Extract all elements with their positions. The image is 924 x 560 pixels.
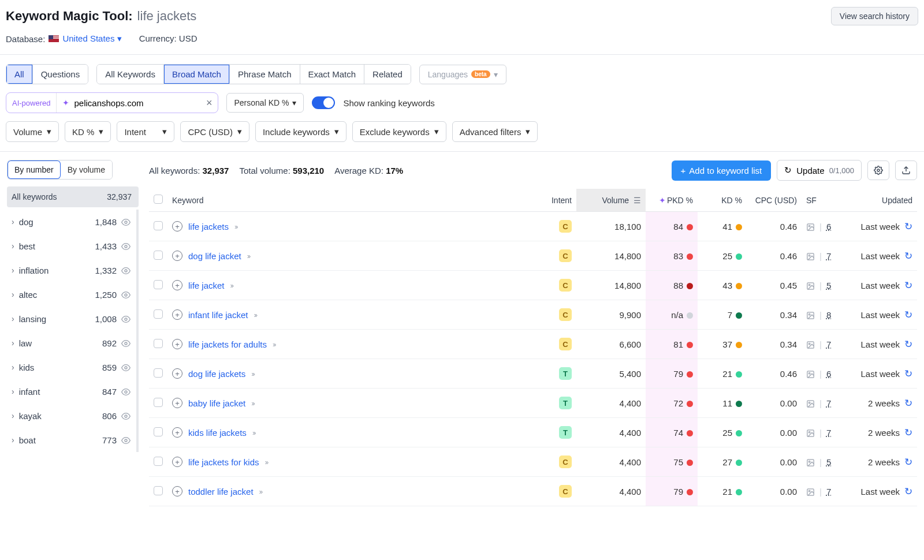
tab-related[interactable]: Related	[364, 65, 411, 84]
languages-dropdown[interactable]: Languages beta ▾	[419, 65, 506, 84]
serp-icon[interactable]	[806, 368, 815, 379]
add-keyword-button[interactable]: +	[172, 339, 182, 349]
col-updated[interactable]: Updated	[842, 189, 917, 212]
row-checkbox[interactable]	[154, 251, 163, 260]
refresh-row-button[interactable]: ↻	[904, 398, 912, 409]
col-volume[interactable]: Volume ☰	[576, 189, 646, 212]
filter-volume[interactable]: Volume ▾	[6, 121, 59, 142]
export-button[interactable]	[895, 160, 917, 180]
keyword-link[interactable]: baby life jacket	[188, 398, 245, 408]
ranking-keywords-toggle[interactable]	[312, 96, 335, 109]
sidebar-group-item[interactable]: › best 1,433	[7, 234, 134, 258]
sidebar-group-item[interactable]: › altec 1,250	[7, 282, 134, 307]
col-sf[interactable]: SF	[802, 189, 842, 212]
view-history-button[interactable]: View search history	[831, 7, 918, 25]
row-checkbox[interactable]	[154, 280, 163, 289]
refresh-row-button[interactable]: ↻	[904, 339, 912, 350]
cell-sf[interactable]: 6	[826, 222, 831, 232]
filter-kd[interactable]: KD % ▾	[65, 121, 111, 142]
sidebar-group-item[interactable]: › kayak 806	[7, 404, 134, 428]
row-checkbox[interactable]	[154, 457, 163, 466]
update-button[interactable]: ↻ Update 0/1,000	[777, 160, 862, 181]
sidebar-group-item[interactable]: › lansing 1,008	[7, 307, 134, 331]
refresh-row-button[interactable]: ↻	[904, 368, 912, 379]
tab-broad-match[interactable]: Broad Match	[164, 65, 230, 84]
domain-input[interactable]	[74, 98, 206, 108]
col-intent[interactable]: Intent	[536, 189, 576, 212]
cell-sf[interactable]: 6	[826, 369, 831, 379]
row-checkbox[interactable]	[154, 309, 163, 319]
keyword-link[interactable]: kids life jackets	[188, 428, 247, 438]
row-checkbox[interactable]	[154, 339, 163, 348]
refresh-row-button[interactable]: ↻	[904, 457, 912, 468]
filter-exclude-keywords[interactable]: Exclude keywords ▾	[352, 121, 446, 142]
filter-advanced[interactable]: Advanced filters ▾	[452, 121, 538, 142]
cell-sf[interactable]: 7	[826, 251, 831, 261]
sidebar-group-item[interactable]: › boat 773	[7, 428, 134, 452]
col-kd[interactable]: KD %	[698, 189, 747, 212]
tab-exact-match[interactable]: Exact Match	[300, 65, 365, 84]
sidebar-group-item[interactable]: › kids 859	[7, 355, 134, 379]
cell-sf[interactable]: 5	[826, 281, 831, 290]
sidebar-group-item[interactable]: › law 892	[7, 331, 134, 355]
refresh-row-button[interactable]: ↻	[904, 427, 912, 438]
view-by-number[interactable]: By number	[8, 160, 61, 179]
eye-icon[interactable]	[121, 216, 131, 227]
cell-sf[interactable]: 7	[826, 487, 831, 496]
serp-icon[interactable]	[806, 221, 815, 232]
eye-icon[interactable]	[121, 410, 131, 421]
cell-sf[interactable]: 8	[826, 310, 831, 320]
sidebar-group-item[interactable]: › dog 1,848	[7, 210, 134, 234]
tab-questions[interactable]: Questions	[33, 65, 88, 84]
keyword-link[interactable]: life jacket	[188, 281, 225, 290]
add-keyword-button[interactable]: +	[172, 398, 182, 408]
eye-icon[interactable]	[121, 338, 131, 348]
tab-phrase-match[interactable]: Phrase Match	[230, 65, 300, 84]
add-keyword-button[interactable]: +	[172, 486, 182, 496]
serp-icon[interactable]	[806, 339, 815, 349]
add-keyword-button[interactable]: +	[172, 368, 182, 379]
row-checkbox[interactable]	[154, 398, 163, 407]
database-link[interactable]: United States ▾	[62, 33, 121, 44]
serp-icon[interactable]	[806, 251, 815, 261]
add-keyword-button[interactable]: +	[172, 221, 182, 232]
add-keyword-button[interactable]: +	[172, 251, 182, 261]
refresh-row-button[interactable]: ↻	[904, 280, 912, 291]
add-keyword-button[interactable]: +	[172, 427, 182, 438]
cell-sf[interactable]: 7	[826, 398, 831, 408]
keyword-link[interactable]: dog life jacket	[188, 251, 241, 261]
keyword-link[interactable]: life jackets for kids	[188, 457, 259, 467]
add-keyword-button[interactable]: +	[172, 309, 182, 320]
select-all-checkbox[interactable]	[154, 195, 163, 204]
col-pkd[interactable]: ✦PKD %	[646, 189, 698, 212]
add-keyword-button[interactable]: +	[172, 457, 182, 467]
cell-sf[interactable]: 5	[826, 457, 831, 467]
filter-include-keywords[interactable]: Include keywords ▾	[255, 121, 346, 142]
row-checkbox[interactable]	[154, 221, 163, 230]
refresh-row-button[interactable]: ↻	[904, 251, 912, 262]
tab-all-keywords[interactable]: All Keywords	[97, 65, 164, 84]
row-checkbox[interactable]	[154, 368, 163, 378]
serp-icon[interactable]	[806, 398, 815, 408]
col-keyword[interactable]: Keyword	[167, 189, 536, 212]
row-checkbox[interactable]	[154, 486, 163, 495]
keyword-link[interactable]: dog life jackets	[188, 369, 245, 379]
col-cpc[interactable]: CPC (USD)	[747, 189, 802, 212]
tab-all[interactable]: All	[6, 65, 33, 84]
keyword-link[interactable]: life jackets	[188, 222, 229, 232]
eye-icon[interactable]	[121, 386, 131, 397]
keyword-link[interactable]: infant life jacket	[188, 310, 248, 320]
eye-icon[interactable]	[121, 362, 131, 372]
eye-icon[interactable]	[121, 265, 131, 275]
eye-icon[interactable]	[121, 289, 131, 300]
serp-icon[interactable]	[806, 457, 815, 467]
add-keyword-button[interactable]: +	[172, 280, 182, 290]
filter-cpc[interactable]: CPC (USD) ▾	[180, 121, 249, 142]
eye-icon[interactable]	[121, 241, 131, 251]
sidebar-group-item[interactable]: › infant 847	[7, 379, 134, 404]
sidebar-group-item[interactable]: › inflation 1,332	[7, 258, 134, 282]
add-to-keyword-list-button[interactable]: + Add to keyword list	[672, 160, 772, 181]
personal-kd-dropdown[interactable]: Personal KD % ▾	[226, 93, 304, 113]
eye-icon[interactable]	[121, 313, 131, 324]
row-checkbox[interactable]	[154, 427, 163, 436]
